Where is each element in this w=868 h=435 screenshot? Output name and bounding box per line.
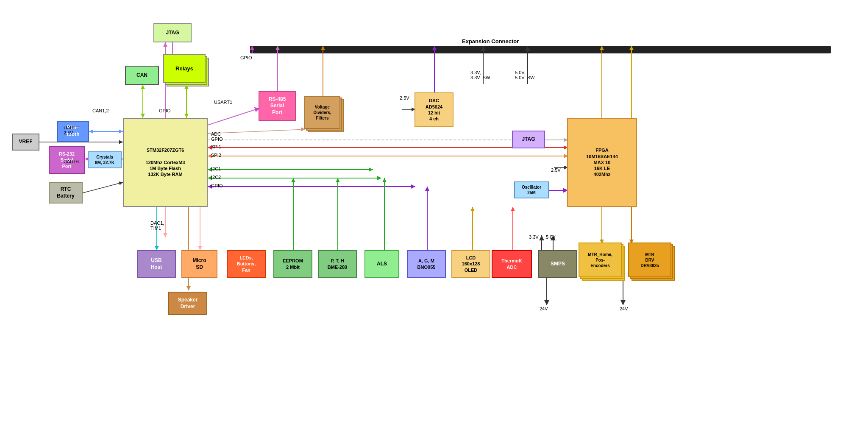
block-als: ALS — [364, 250, 399, 278]
svg-marker-55 — [511, 207, 515, 211]
block-rtc-battery: RTCBattery — [49, 182, 83, 204]
svg-marker-58 — [432, 46, 437, 50]
block-speaker: SpeakerDriver — [168, 292, 207, 315]
label-24v-smps: 24V — [540, 306, 548, 311]
block-eeprom: EEPROM2 Mbit — [273, 250, 312, 278]
block-fpga: FPGA10M16SAE144MAX 1016K LE402Mhz — [567, 118, 637, 207]
svg-marker-20 — [163, 42, 167, 47]
label-usart1: USART1 — [214, 100, 232, 105]
svg-line-17 — [83, 182, 123, 193]
block-jtag-top: JTAG — [153, 23, 192, 42]
svg-line-18 — [208, 108, 260, 125]
label-dac1-tim1: DAC1,TIM1 — [150, 220, 164, 231]
svg-marker-81 — [275, 46, 280, 50]
svg-marker-22 — [250, 46, 254, 50]
label-uart6: UART6 — [64, 159, 79, 164]
label-gpio-top: GPIO — [240, 55, 252, 60]
label-uart2: UART22.5V — [64, 125, 79, 135]
block-can: CAN — [125, 66, 159, 85]
block-bme280: P, T, HBME-280 — [318, 250, 357, 278]
svg-marker-79 — [321, 46, 325, 50]
svg-marker-39 — [155, 246, 159, 250]
label-spi2: SPI2 — [211, 153, 221, 158]
label-can12: CAN1,2 — [92, 108, 109, 113]
label-2v5-dac: 2.5V — [400, 95, 409, 100]
block-bno055: A, G, MBNO055 — [407, 250, 446, 278]
diagram: JTAG CAN Relays STM32F207ZGT6120Mhz Cort… — [0, 0, 868, 435]
block-leds-buttons: LEDs,Buttons,Fan — [227, 250, 266, 278]
svg-marker-45 — [291, 178, 295, 182]
svg-marker-51 — [425, 187, 429, 191]
block-oscillator: Oscillator25M — [514, 181, 549, 198]
svg-marker-53 — [470, 207, 475, 211]
label-3v3-smps: 3.3V — [529, 234, 539, 240]
label-gpio-bottom: GPIO — [211, 183, 223, 188]
svg-marker-74 — [629, 46, 634, 50]
block-micro-sd: MicroSD — [181, 250, 217, 278]
label-5v0-smps: 5.0V — [546, 234, 556, 240]
block-stm32: STM32F207ZGT6120Mhz CortexM31M Byte Flas… — [123, 118, 208, 207]
label-adc-gpio: ADCGPIO — [211, 131, 223, 142]
svg-marker-85 — [186, 286, 191, 290]
label-spi1: SPI1 — [211, 144, 221, 149]
block-thermok: ThermoKADC — [492, 250, 532, 278]
block-smps: SMPS — [538, 250, 577, 278]
svg-marker-10 — [89, 129, 93, 134]
svg-marker-49 — [382, 178, 387, 182]
label-i2c2: I2C2 — [211, 175, 221, 180]
block-vref: VREF — [12, 134, 39, 151]
label-3v3: 3.3V,3.3V_SW — [470, 70, 490, 80]
svg-marker-9 — [119, 129, 123, 134]
svg-rect-0 — [250, 46, 831, 53]
label-expansion: Expansion Connector — [462, 38, 519, 45]
block-usb-host: USBHost — [137, 250, 176, 278]
svg-marker-33 — [377, 176, 381, 180]
svg-marker-6 — [141, 114, 145, 118]
svg-marker-7 — [141, 85, 145, 89]
label-5v0: 5.0V,5.0V_SW — [515, 70, 534, 80]
label-i2c1: I2C1 — [211, 166, 221, 171]
label-gpio-left: GPIO — [159, 108, 171, 113]
svg-marker-72 — [600, 46, 604, 50]
svg-marker-47 — [336, 178, 340, 182]
block-crystals: Crystals8M, 32.7K — [88, 151, 122, 168]
svg-marker-30 — [369, 167, 373, 172]
block-dac-ad5624: DACAD562412 bit4 ch — [415, 92, 453, 127]
svg-marker-41 — [198, 246, 202, 250]
svg-marker-36 — [411, 184, 415, 189]
block-jtag-right: JTAG — [512, 131, 545, 148]
arrows-svg — [0, 0, 868, 435]
label-2v5-fpga: 2.5V — [551, 167, 561, 173]
svg-marker-3 — [184, 114, 189, 118]
block-lcd: LCD160x128OLED — [451, 250, 490, 278]
label-24v-mtr: 24V — [620, 306, 628, 311]
svg-marker-43 — [163, 233, 167, 237]
block-rs485: RS-485SerialPort — [259, 91, 296, 121]
